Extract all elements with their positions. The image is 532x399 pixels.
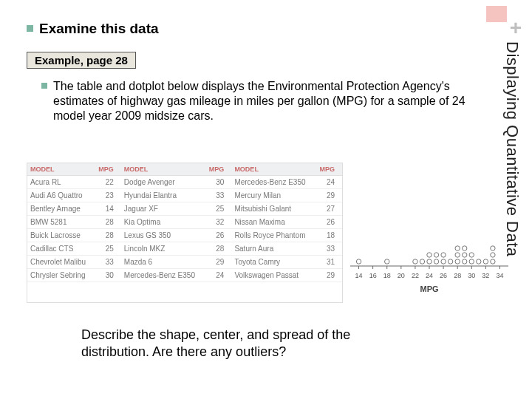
cell-model: Hyundai Elantra <box>121 189 204 202</box>
cell-mpg: 29 <box>315 189 342 202</box>
dot <box>385 259 389 264</box>
decor-box <box>486 6 507 22</box>
cell-model: Jaguar XF <box>121 202 204 216</box>
cell-model: BMW 5281 <box>27 216 94 229</box>
cell-model: Mercedes-Benz E350 <box>121 269 204 282</box>
car-table: MODEL MPG MODEL MPG MODEL MPG Acura RL22… <box>27 163 342 282</box>
svg-text:26: 26 <box>440 272 447 279</box>
heading-text: Examine this data <box>39 21 159 37</box>
dot <box>469 253 474 257</box>
table-row: Cadillac CTS25Lincoln MKZ28Saturn Aura33 <box>27 242 342 256</box>
cell-mpg: 30 <box>204 176 231 189</box>
svg-text:34: 34 <box>496 272 503 279</box>
desc-row: The table and dotplot below displays the… <box>41 79 485 123</box>
svg-text:18: 18 <box>383 272 391 279</box>
cell-model: Kia Optima <box>121 216 204 229</box>
dot <box>491 246 495 250</box>
cell-model: Lincoln MKZ <box>121 242 204 256</box>
table-row: Acura RL22Dodge Avenger30Mercedes-Benz E… <box>27 176 342 189</box>
description-text: The table and dotplot below displays the… <box>53 79 485 123</box>
dot <box>455 259 460 264</box>
col-mpg: MPG <box>204 163 231 176</box>
svg-text:20: 20 <box>398 272 405 279</box>
svg-text:30: 30 <box>468 272 475 279</box>
cell-mpg: 29 <box>204 256 231 269</box>
col-model: MODEL <box>121 163 204 176</box>
cell-model: Bentley Arnage <box>27 202 94 216</box>
dot <box>469 259 474 264</box>
col-model: MODEL <box>27 163 94 176</box>
dot <box>441 259 446 264</box>
example-label: Example, page 28 <box>27 52 136 69</box>
cell-model: Mazda 6 <box>121 256 204 269</box>
content-area: Examine this data Example, page 28 The t… <box>27 21 485 128</box>
dot <box>427 259 432 264</box>
cell-mpg: 23 <box>94 189 121 202</box>
dot <box>413 259 417 264</box>
cell-model: Audi A6 Quattro <box>27 189 94 202</box>
cell-mpg: 24 <box>204 269 231 282</box>
svg-text:28: 28 <box>454 272 461 279</box>
dot <box>427 253 432 257</box>
x-label: MPG <box>420 284 438 293</box>
cell-model: Chrysler Sebring <box>27 269 94 282</box>
cell-mpg: 25 <box>204 202 231 216</box>
cell-model: Nissan Maxima <box>231 216 314 229</box>
dotplot: 1416182022242628303234 MPG <box>347 163 505 303</box>
cell-mpg: 28 <box>94 229 121 242</box>
dot <box>491 259 495 264</box>
cell-model: Acura RL <box>27 176 94 189</box>
dot <box>463 253 467 257</box>
cell-mpg: 24 <box>315 176 342 189</box>
cell-model: Mercedes-Benz E350 <box>231 176 314 189</box>
question-text: Describe the shape, center, and spread o… <box>81 327 406 360</box>
bullet-icon <box>41 83 47 89</box>
cell-mpg: 25 <box>94 242 121 256</box>
cell-mpg: 28 <box>94 216 121 229</box>
cell-mpg: 32 <box>204 216 231 229</box>
cell-mpg: 14 <box>94 202 121 216</box>
table-row: Chrysler Sebring30Mercedes-Benz E35024Vo… <box>27 269 342 282</box>
dot <box>448 259 452 264</box>
table-row: Buick Lacrosse28Lexus GS 35026Rolls Royc… <box>27 229 342 242</box>
dot <box>441 253 446 257</box>
dot <box>455 246 460 250</box>
cell-model: Rolls Royce Phantom <box>231 229 314 242</box>
table-header-row: MODEL MPG MODEL MPG MODEL MPG <box>27 163 342 176</box>
cell-mpg: 31 <box>315 256 342 269</box>
cell-model: Volkswagen Passat <box>231 269 314 282</box>
cell-model: Dodge Avenger <box>121 176 204 189</box>
cell-model: Cadillac CTS <box>27 242 94 256</box>
dot <box>477 259 481 264</box>
cell-mpg: 30 <box>94 269 121 282</box>
col-model: MODEL <box>231 163 314 176</box>
x-ticks: 1416182022242628303234 <box>355 266 504 279</box>
slide: + Displaying Quantitative Data Examine t… <box>0 0 532 399</box>
dot <box>463 259 467 264</box>
table-row: BMW 528128Kia Optima32Nissan Maxima26 <box>27 216 342 229</box>
cell-mpg: 28 <box>204 242 231 256</box>
cell-mpg: 33 <box>204 189 231 202</box>
cell-model: Mercury Milan <box>231 189 314 202</box>
svg-text:24: 24 <box>426 272 433 279</box>
table-row: Bentley Arnage14Jaguar XF25Mitsubishi Ga… <box>27 202 342 216</box>
data-area: MODEL MPG MODEL MPG MODEL MPG Acura RL22… <box>27 163 505 303</box>
cell-mpg: 22 <box>94 176 121 189</box>
svg-text:22: 22 <box>412 272 419 279</box>
heading-bold: Examine <box>39 21 97 36</box>
dot <box>420 259 424 264</box>
cell-mpg: 26 <box>204 229 231 242</box>
dot <box>491 253 495 257</box>
cell-mpg: 29 <box>315 269 342 282</box>
dot <box>483 259 488 264</box>
cell-mpg: 18 <box>315 229 342 242</box>
cell-model: Saturn Aura <box>231 242 314 256</box>
heading-row: Examine this data <box>27 21 485 37</box>
cell-model: Chevrolet Malibu <box>27 256 94 269</box>
dotplot-svg: 1416182022242628303234 MPG <box>347 185 511 299</box>
dot <box>455 253 460 257</box>
cell-model: Lexus GS 350 <box>121 229 204 242</box>
svg-text:14: 14 <box>355 272 363 279</box>
cell-mpg: 27 <box>315 202 342 216</box>
dot <box>434 253 438 257</box>
